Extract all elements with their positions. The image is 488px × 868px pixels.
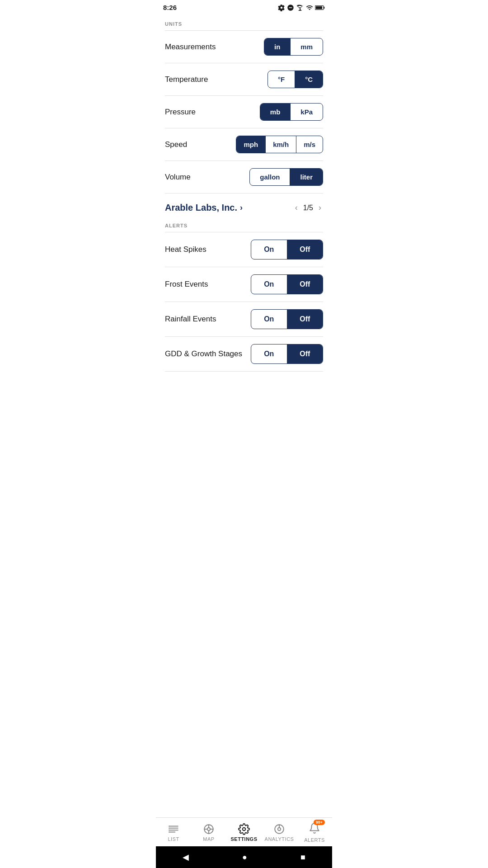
frost-events-label: Frost Events (165, 280, 208, 289)
pressure-row: Pressure mb kPa (165, 96, 323, 128)
volume-liter-btn[interactable]: liter (290, 169, 323, 185)
svg-rect-2 (315, 6, 322, 9)
status-bar: 8:26 (156, 0, 332, 13)
volume-gallon-btn[interactable]: gallon (250, 169, 290, 185)
pressure-toggle[interactable]: mb kPa (260, 103, 323, 121)
main-content: UNITS Measurements in mm Temperature °F … (156, 13, 332, 408)
speed-label: Speed (165, 140, 187, 149)
rainfall-events-off-btn[interactable]: Off (287, 310, 323, 329)
measurements-in-btn[interactable]: in (264, 38, 290, 55)
frost-events-toggle[interactable]: On Off (251, 274, 323, 294)
speed-row: Speed mph km/h m/s (165, 128, 323, 160)
pressure-kpa-btn[interactable]: kPa (290, 104, 323, 120)
frost-events-row: Frost Events On Off (165, 267, 323, 302)
speed-ms-btn[interactable]: m/s (296, 136, 323, 153)
page-indicator: 1/5 (303, 204, 313, 212)
status-time: 8:26 (163, 4, 177, 11)
gdd-growth-row: GDD & Growth Stages On Off (165, 337, 323, 371)
heat-spikes-label: Heat Spikes (165, 245, 206, 254)
gdd-growth-toggle[interactable]: On Off (251, 344, 323, 364)
volume-toggle[interactable]: gallon liter (249, 168, 323, 186)
temperature-c-btn[interactable]: °C (295, 71, 323, 88)
temperature-row: Temperature °F °C (165, 63, 323, 95)
gdd-growth-label: GDD & Growth Stages (165, 349, 242, 359)
measurements-row: Measurements in mm (165, 31, 323, 63)
status-icons (278, 4, 325, 11)
volume-row: Volume gallon liter (165, 161, 323, 193)
temperature-toggle[interactable]: °F °C (267, 71, 323, 88)
wifi-status-icon (296, 4, 304, 11)
frost-events-on-btn[interactable]: On (251, 275, 287, 294)
measurements-label: Measurements (165, 42, 216, 52)
rainfall-events-label: Rainfall Events (165, 315, 216, 324)
units-section-label: UNITS (165, 13, 323, 30)
alerts-section-label: ALERTS (165, 215, 323, 232)
speed-toggle[interactable]: mph km/h m/s (236, 136, 323, 153)
battery-status-icon (315, 5, 325, 11)
speed-mph-btn[interactable]: mph (236, 136, 265, 153)
temperature-label: Temperature (165, 75, 208, 84)
heat-spikes-on-btn[interactable]: On (251, 240, 287, 259)
rainfall-events-toggle[interactable]: On Off (251, 309, 323, 329)
pagination: ‹ 1/5 › (293, 203, 323, 212)
pressure-label: Pressure (165, 108, 196, 117)
company-chevron-icon: › (240, 203, 243, 212)
rainfall-events-row: Rainfall Events On Off (165, 302, 323, 336)
heat-spikes-off-btn[interactable]: Off (287, 240, 323, 259)
measurements-mm-btn[interactable]: mm (290, 38, 323, 55)
temperature-f-btn[interactable]: °F (268, 71, 295, 88)
svg-rect-1 (324, 6, 324, 8)
volume-label: Volume (165, 173, 191, 182)
measurements-toggle[interactable]: in mm (264, 38, 323, 56)
signal-status-icon (306, 4, 313, 11)
company-name[interactable]: Arable Labs, Inc. › (165, 203, 243, 213)
gdd-growth-off-btn[interactable]: Off (287, 344, 323, 363)
heat-spikes-row: Heat Spikes On Off (165, 232, 323, 267)
rainfall-events-on-btn[interactable]: On (251, 310, 287, 329)
dnd-status-icon (287, 4, 294, 11)
settings-status-icon (278, 4, 285, 11)
page-next-btn[interactable]: › (317, 203, 323, 212)
frost-events-off-btn[interactable]: Off (287, 275, 323, 294)
company-row: Arable Labs, Inc. › ‹ 1/5 › (165, 193, 323, 215)
page-prev-btn[interactable]: ‹ (293, 203, 300, 212)
speed-kmh-btn[interactable]: km/h (265, 136, 296, 153)
gdd-growth-on-btn[interactable]: On (251, 344, 287, 363)
pressure-mb-btn[interactable]: mb (260, 104, 291, 120)
heat-spikes-toggle[interactable]: On Off (251, 240, 323, 259)
